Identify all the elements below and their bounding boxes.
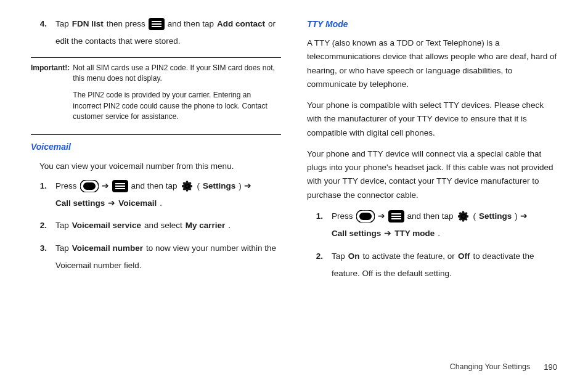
menu-icon (388, 210, 404, 223)
on-label: On (348, 250, 360, 263)
right-column: TTY Mode A TTY (also known as a TDD or T… (307, 17, 557, 289)
text: and then tap (407, 210, 454, 223)
left-column: 4. Tap FDN list then press and then tap … (31, 17, 281, 289)
svg-rect-14 (391, 216, 401, 217)
important-note: Important!: Not all SIM cards use a PIN2… (31, 63, 281, 129)
call-settings-label: Call settings (332, 227, 381, 240)
svg-rect-7 (115, 183, 125, 184)
svg-rect-5 (83, 182, 96, 190)
svg-rect-8 (115, 186, 125, 187)
home-button-icon (80, 180, 99, 192)
text: edit the contacts that were stored. (55, 35, 181, 48)
arrow-icon: ➔ (102, 179, 109, 193)
footer-title: Changing Your Settings (450, 361, 531, 374)
voicemail-number-label: Voicemail number (72, 242, 143, 255)
tty-step-1: 1. Press ➔ and then tap (307, 210, 557, 241)
text: ) ➔ (515, 210, 527, 223)
text: . (438, 227, 440, 240)
step-number: 4. (31, 17, 55, 31)
voicemail-step-3: 3. Tap Voicemail number to now view your… (31, 242, 281, 273)
text: to now view your number within the (146, 242, 276, 255)
text: ( (473, 210, 476, 223)
text: then press (107, 17, 145, 31)
text: and then tap (131, 179, 178, 193)
text: . (228, 219, 231, 232)
menu-icon (149, 18, 165, 30)
voicemail-heading: Voicemail (31, 140, 281, 154)
voicemail-intro: You can view your voicemail number from … (39, 160, 281, 173)
settings-gear-icon (181, 179, 194, 193)
text: Tap (55, 242, 69, 255)
svg-rect-15 (391, 218, 401, 219)
add-contact-label: Add contact (217, 17, 265, 31)
step-number: 1. (307, 210, 332, 223)
text: to activate the feature, or (363, 250, 455, 263)
settings-label: Settings (479, 210, 512, 223)
text: to deactivate the (473, 250, 534, 263)
text: and then tap (168, 17, 214, 31)
arrow-icon: ➔ (378, 210, 385, 223)
svg-rect-3 (152, 26, 161, 27)
fdn-list-label: FDN list (72, 17, 104, 31)
tty-mode-label: TTY mode (394, 227, 435, 240)
call-settings-label: Call settings (55, 197, 105, 210)
important-label: Important!: (31, 63, 70, 73)
step-number: 1. (31, 179, 55, 193)
menu-icon (112, 180, 128, 192)
page-footer: Changing Your Settings 190 (450, 361, 557, 374)
tty-mode-heading: TTY Mode (307, 17, 557, 31)
text: ( (197, 179, 200, 193)
text: . (160, 197, 162, 210)
svg-rect-1 (152, 21, 161, 22)
svg-rect-13 (391, 213, 401, 214)
svg-rect-11 (359, 213, 372, 220)
text: or (268, 17, 276, 31)
text: Press (332, 210, 353, 223)
voicemail-step-1: 1. Press ➔ and then tap (31, 179, 281, 211)
settings-label: Settings (203, 179, 235, 193)
divider (31, 57, 281, 58)
voicemail-label: Voicemail (118, 197, 157, 210)
tty-paragraph-1: A TTY (also known as a TDD or Text Telep… (307, 36, 557, 91)
step-number: 2. (307, 250, 332, 263)
text: Tap (332, 250, 345, 263)
settings-gear-icon (457, 210, 470, 223)
off-label: Off (458, 250, 470, 263)
text: feature. Off is the default setting. (332, 267, 452, 280)
text: ) ➔ (239, 179, 251, 193)
voicemail-service-label: Voicemail service (72, 219, 141, 232)
text: Voicemail number field. (55, 259, 142, 272)
text: Press (55, 179, 77, 193)
divider (31, 134, 281, 135)
page-number: 190 (544, 361, 557, 374)
step-number: 2. (31, 219, 55, 232)
svg-rect-2 (152, 23, 161, 25)
tty-paragraph-3: Your phone and TTY device will connect v… (307, 147, 557, 202)
arrow-icon: ➔ (384, 227, 391, 240)
voicemail-step-2: 2. Tap Voicemail service and select My c… (31, 219, 281, 232)
fdn-step-4: 4. Tap FDN list then press and then tap … (31, 17, 281, 49)
tty-paragraph-2: Your phone is compatible with select TTY… (307, 99, 557, 140)
text: Tap (55, 219, 69, 232)
step-number: 3. (31, 242, 55, 255)
text: and select (144, 219, 182, 232)
home-button-icon (356, 210, 375, 223)
svg-rect-9 (115, 188, 125, 189)
arrow-icon: ➔ (108, 197, 115, 210)
text: Tap (55, 17, 69, 31)
tty-step-2: 2. Tap On to activate the feature, or Of… (307, 250, 557, 281)
important-text-1: Not all SIM cards use a PIN2 code. If yo… (73, 63, 281, 84)
my-carrier-label: My carrier (186, 219, 226, 232)
important-text-2: The PIN2 code is provided by your carrie… (73, 90, 281, 122)
